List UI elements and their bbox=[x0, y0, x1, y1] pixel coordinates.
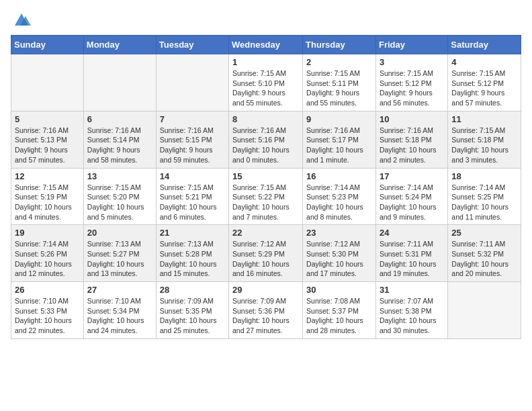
day-number: 20 bbox=[87, 228, 152, 238]
day-info: Sunrise: 7:09 AM Sunset: 5:35 PM Dayligh… bbox=[160, 296, 225, 336]
day-number: 5 bbox=[15, 114, 80, 124]
calendar-cell: 29Sunrise: 7:09 AM Sunset: 5:36 PM Dayli… bbox=[229, 282, 303, 339]
day-info: Sunrise: 7:14 AM Sunset: 5:23 PM Dayligh… bbox=[306, 183, 372, 222]
day-number: 4 bbox=[451, 57, 517, 67]
day-number: 9 bbox=[306, 114, 372, 124]
day-number: 18 bbox=[451, 171, 517, 181]
day-number: 27 bbox=[87, 285, 152, 295]
calendar-cell: 2Sunrise: 7:15 AM Sunset: 5:11 PM Daylig… bbox=[303, 54, 376, 111]
day-number: 3 bbox=[380, 57, 444, 67]
calendar-cell: 14Sunrise: 7:15 AM Sunset: 5:21 PM Dayli… bbox=[156, 168, 228, 225]
calendar-cell: 13Sunrise: 7:15 AM Sunset: 5:20 PM Dayli… bbox=[83, 168, 156, 225]
calendar-week-row: 12Sunrise: 7:15 AM Sunset: 5:19 PM Dayli… bbox=[11, 168, 521, 225]
logo bbox=[11, 11, 31, 27]
calendar-cell: 5Sunrise: 7:16 AM Sunset: 5:13 PM Daylig… bbox=[11, 111, 84, 168]
day-number: 26 bbox=[15, 285, 80, 295]
day-info: Sunrise: 7:16 AM Sunset: 5:17 PM Dayligh… bbox=[306, 126, 372, 165]
calendar-week-row: 1Sunrise: 7:15 AM Sunset: 5:10 PM Daylig… bbox=[11, 54, 521, 111]
day-info: Sunrise: 7:09 AM Sunset: 5:36 PM Dayligh… bbox=[232, 296, 299, 336]
day-number: 22 bbox=[232, 228, 299, 238]
day-number: 2 bbox=[306, 57, 372, 67]
calendar-cell: 31Sunrise: 7:07 AM Sunset: 5:38 PM Dayli… bbox=[375, 282, 447, 339]
day-info: Sunrise: 7:16 AM Sunset: 5:16 PM Dayligh… bbox=[232, 126, 299, 165]
day-info: Sunrise: 7:16 AM Sunset: 5:14 PM Dayligh… bbox=[87, 126, 152, 165]
calendar-cell: 15Sunrise: 7:15 AM Sunset: 5:22 PM Dayli… bbox=[229, 168, 303, 225]
day-info: Sunrise: 7:15 AM Sunset: 5:12 PM Dayligh… bbox=[451, 68, 517, 108]
day-number: 12 bbox=[15, 171, 80, 181]
weekday-header: Saturday bbox=[448, 36, 521, 54]
calendar-cell: 19Sunrise: 7:14 AM Sunset: 5:26 PM Dayli… bbox=[11, 225, 84, 282]
day-number: 31 bbox=[380, 285, 444, 295]
day-number: 25 bbox=[451, 228, 517, 238]
logo-icon bbox=[12, 11, 31, 30]
weekday-header: Thursday bbox=[303, 36, 376, 54]
day-number: 21 bbox=[160, 228, 225, 238]
calendar-cell: 25Sunrise: 7:11 AM Sunset: 5:32 PM Dayli… bbox=[448, 225, 521, 282]
calendar-cell: 10Sunrise: 7:16 AM Sunset: 5:18 PM Dayli… bbox=[375, 111, 447, 168]
day-info: Sunrise: 7:13 AM Sunset: 5:27 PM Dayligh… bbox=[87, 239, 152, 279]
day-number: 19 bbox=[15, 228, 80, 238]
calendar-cell: 12Sunrise: 7:15 AM Sunset: 5:19 PM Dayli… bbox=[11, 168, 84, 225]
day-number: 28 bbox=[160, 285, 225, 295]
day-info: Sunrise: 7:15 AM Sunset: 5:11 PM Dayligh… bbox=[306, 68, 372, 108]
calendar-cell: 11Sunrise: 7:15 AM Sunset: 5:18 PM Dayli… bbox=[448, 111, 521, 168]
weekday-header: Sunday bbox=[11, 36, 84, 54]
calendar-cell bbox=[83, 54, 156, 111]
day-number: 16 bbox=[306, 171, 372, 181]
day-info: Sunrise: 7:15 AM Sunset: 5:12 PM Dayligh… bbox=[380, 68, 444, 108]
calendar-cell: 3Sunrise: 7:15 AM Sunset: 5:12 PM Daylig… bbox=[375, 54, 447, 111]
calendar-cell bbox=[448, 282, 521, 339]
day-info: Sunrise: 7:15 AM Sunset: 5:19 PM Dayligh… bbox=[15, 183, 80, 222]
day-number: 15 bbox=[232, 171, 299, 181]
calendar-week-row: 5Sunrise: 7:16 AM Sunset: 5:13 PM Daylig… bbox=[11, 111, 521, 168]
calendar-cell: 26Sunrise: 7:10 AM Sunset: 5:33 PM Dayli… bbox=[11, 282, 84, 339]
day-info: Sunrise: 7:12 AM Sunset: 5:30 PM Dayligh… bbox=[306, 239, 372, 279]
day-number: 1 bbox=[232, 57, 299, 67]
calendar-cell: 28Sunrise: 7:09 AM Sunset: 5:35 PM Dayli… bbox=[156, 282, 228, 339]
calendar-cell bbox=[156, 54, 228, 111]
calendar-cell: 9Sunrise: 7:16 AM Sunset: 5:17 PM Daylig… bbox=[303, 111, 376, 168]
page-header bbox=[11, 11, 521, 27]
weekday-header: Monday bbox=[83, 36, 156, 54]
day-number: 7 bbox=[160, 114, 225, 124]
day-number: 24 bbox=[380, 228, 444, 238]
calendar-cell: 6Sunrise: 7:16 AM Sunset: 5:14 PM Daylig… bbox=[83, 111, 156, 168]
calendar-cell: 7Sunrise: 7:16 AM Sunset: 5:15 PM Daylig… bbox=[156, 111, 228, 168]
calendar: SundayMondayTuesdayWednesdayThursdayFrid… bbox=[11, 35, 521, 339]
calendar-cell: 27Sunrise: 7:10 AM Sunset: 5:34 PM Dayli… bbox=[83, 282, 156, 339]
day-number: 30 bbox=[306, 285, 372, 295]
day-info: Sunrise: 7:10 AM Sunset: 5:33 PM Dayligh… bbox=[15, 296, 80, 336]
day-info: Sunrise: 7:08 AM Sunset: 5:37 PM Dayligh… bbox=[306, 296, 372, 336]
day-number: 6 bbox=[87, 114, 152, 124]
calendar-cell: 24Sunrise: 7:11 AM Sunset: 5:31 PM Dayli… bbox=[375, 225, 447, 282]
weekday-header: Tuesday bbox=[156, 36, 228, 54]
day-info: Sunrise: 7:13 AM Sunset: 5:28 PM Dayligh… bbox=[160, 239, 225, 279]
day-info: Sunrise: 7:16 AM Sunset: 5:15 PM Dayligh… bbox=[160, 126, 225, 165]
day-info: Sunrise: 7:12 AM Sunset: 5:29 PM Dayligh… bbox=[232, 239, 299, 279]
day-info: Sunrise: 7:15 AM Sunset: 5:10 PM Dayligh… bbox=[232, 68, 299, 108]
day-info: Sunrise: 7:14 AM Sunset: 5:24 PM Dayligh… bbox=[380, 183, 444, 222]
day-info: Sunrise: 7:14 AM Sunset: 5:26 PM Dayligh… bbox=[15, 239, 80, 279]
calendar-cell: 17Sunrise: 7:14 AM Sunset: 5:24 PM Dayli… bbox=[375, 168, 447, 225]
weekday-header: Friday bbox=[375, 36, 447, 54]
day-info: Sunrise: 7:10 AM Sunset: 5:34 PM Dayligh… bbox=[87, 296, 152, 336]
weekday-header: Wednesday bbox=[229, 36, 303, 54]
day-number: 23 bbox=[306, 228, 372, 238]
day-number: 17 bbox=[380, 171, 444, 181]
day-info: Sunrise: 7:15 AM Sunset: 5:18 PM Dayligh… bbox=[451, 126, 517, 165]
day-info: Sunrise: 7:07 AM Sunset: 5:38 PM Dayligh… bbox=[380, 296, 444, 336]
calendar-cell: 16Sunrise: 7:14 AM Sunset: 5:23 PM Dayli… bbox=[303, 168, 376, 225]
day-info: Sunrise: 7:11 AM Sunset: 5:31 PM Dayligh… bbox=[380, 239, 444, 279]
calendar-cell: 8Sunrise: 7:16 AM Sunset: 5:16 PM Daylig… bbox=[229, 111, 303, 168]
calendar-cell: 20Sunrise: 7:13 AM Sunset: 5:27 PM Dayli… bbox=[83, 225, 156, 282]
day-number: 11 bbox=[451, 114, 517, 124]
day-number: 13 bbox=[87, 171, 152, 181]
calendar-cell: 4Sunrise: 7:15 AM Sunset: 5:12 PM Daylig… bbox=[448, 54, 521, 111]
calendar-cell bbox=[11, 54, 84, 111]
calendar-cell: 1Sunrise: 7:15 AM Sunset: 5:10 PM Daylig… bbox=[229, 54, 303, 111]
calendar-cell: 23Sunrise: 7:12 AM Sunset: 5:30 PM Dayli… bbox=[303, 225, 376, 282]
calendar-header-row: SundayMondayTuesdayWednesdayThursdayFrid… bbox=[11, 36, 521, 54]
calendar-cell: 22Sunrise: 7:12 AM Sunset: 5:29 PM Dayli… bbox=[229, 225, 303, 282]
day-info: Sunrise: 7:15 AM Sunset: 5:21 PM Dayligh… bbox=[160, 183, 225, 222]
calendar-cell: 30Sunrise: 7:08 AM Sunset: 5:37 PM Dayli… bbox=[303, 282, 376, 339]
